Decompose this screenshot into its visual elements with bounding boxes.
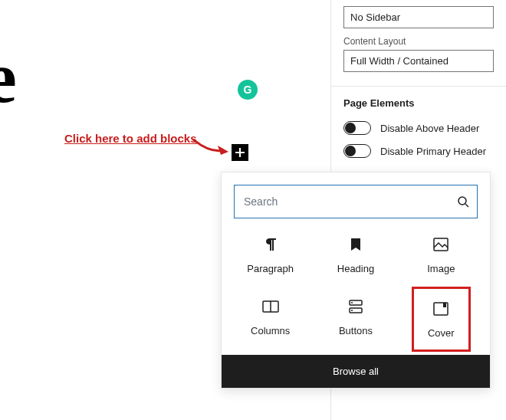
block-inserter-popover: Paragraph Heading Image Columns Buttons … — [221, 172, 491, 389]
toggle-label: Disable Primary Header — [380, 146, 486, 157]
toggle-row: Disable Primary Header — [331, 139, 506, 162]
block-label: Heading — [337, 263, 374, 274]
svg-point-6 — [351, 302, 353, 304]
block-buttons[interactable]: Buttons — [313, 297, 398, 341]
block-grid: Paragraph Heading Image Columns Buttons … — [222, 231, 490, 355]
annotation-hint-text: Click here to add blocks — [64, 132, 197, 145]
block-paragraph[interactable]: Paragraph — [228, 235, 313, 274]
block-label: Cover — [428, 327, 455, 339]
content-layout-label: Content Layout — [343, 36, 494, 47]
block-cover[interactable]: Cover — [399, 297, 484, 341]
annotation-arrow-icon — [192, 132, 228, 155]
add-block-button[interactable] — [232, 144, 248, 161]
toggle-row: Disable Above Header — [331, 116, 506, 139]
columns-icon — [262, 300, 279, 313]
svg-point-7 — [351, 310, 353, 311]
highlight-annotation: Cover — [412, 287, 471, 352]
disable-above-header-toggle[interactable] — [343, 121, 371, 135]
svg-point-0 — [458, 197, 466, 205]
block-columns[interactable]: Columns — [228, 297, 313, 341]
grammarly-badge-icon[interactable]: G — [238, 80, 258, 100]
sidebar-layout-select[interactable]: No Sidebar — [343, 6, 494, 28]
toggle-knob — [345, 123, 356, 133]
toggle-label: Disable Above Header — [380, 123, 479, 134]
toggle-knob — [345, 146, 356, 156]
search-input[interactable] — [242, 195, 457, 208]
block-label: Buttons — [339, 325, 373, 336]
buttons-icon — [349, 300, 363, 313]
content-layout-select[interactable]: Full Width / Contained — [343, 50, 494, 72]
image-icon — [433, 238, 449, 251]
page-elements-title: Page Elements — [331, 87, 506, 116]
block-heading[interactable]: Heading — [313, 235, 398, 274]
disable-primary-header-toggle[interactable] — [343, 144, 371, 158]
browse-all-button[interactable]: Browse all — [222, 355, 490, 388]
svg-rect-9 — [443, 303, 446, 307]
grammarly-badge-letter: G — [244, 84, 252, 96]
paragraph-icon — [264, 237, 278, 252]
block-label: Columns — [251, 325, 290, 336]
plus-icon — [235, 147, 245, 158]
bookmark-icon — [350, 238, 361, 251]
page-title[interactable]: itle — [0, 34, 15, 120]
search-icon — [457, 195, 469, 208]
block-label: Paragraph — [247, 263, 294, 274]
block-image[interactable]: Image — [399, 235, 484, 274]
inserter-search-section — [222, 172, 490, 231]
cover-icon — [433, 302, 449, 316]
block-label: Image — [427, 263, 455, 274]
search-input-wrapper — [234, 185, 478, 218]
